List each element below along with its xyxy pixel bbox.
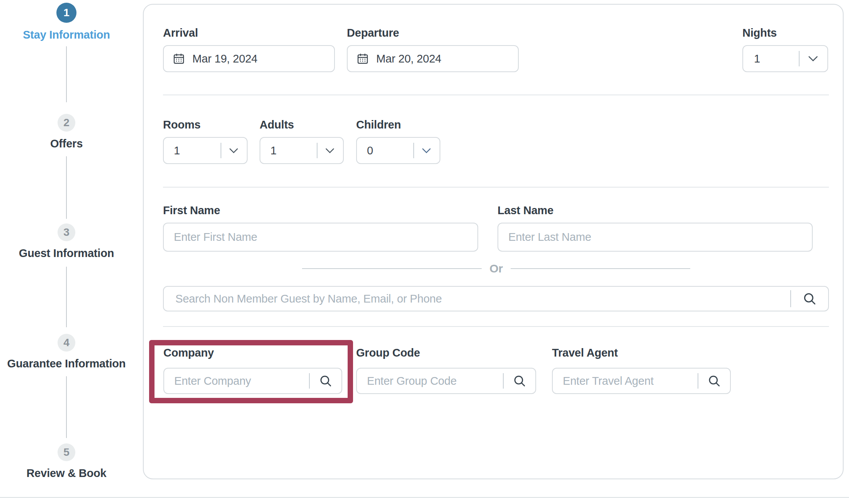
group-code-field-group: Group Code (356, 346, 536, 394)
adults-field-group: Adults 1 (260, 118, 344, 164)
page-divider (0, 497, 849, 498)
rooms-label: Rooms (163, 118, 248, 131)
search-divider (503, 373, 504, 389)
step-label: Review & Book (0, 467, 133, 480)
step-number: 5 (63, 446, 69, 458)
step-number-badge: 4 (58, 334, 75, 352)
or-divider: Or (302, 262, 690, 276)
nights-select[interactable]: 1 (742, 45, 828, 72)
search-divider (698, 373, 698, 389)
departure-date-field[interactable]: Mar 20, 2024 (347, 45, 519, 72)
first-name-field-group: First Name (163, 204, 478, 252)
first-name-field (163, 223, 478, 252)
nights-label: Nights (742, 26, 828, 39)
adults-value: 1 (270, 144, 277, 157)
first-name-input[interactable] (174, 231, 467, 244)
or-divider-line (302, 268, 482, 269)
guest-search-field (163, 286, 829, 311)
stepper-step-guest-information[interactable]: 3 Guest Information (0, 223, 133, 260)
departure-field-group: Departure Mar 20, 2024 (347, 26, 519, 72)
departure-date-value: Mar 20, 2024 (376, 52, 441, 65)
select-divider (317, 143, 318, 158)
last-name-label: Last Name (498, 204, 813, 217)
step-number-badge: 1 (56, 3, 76, 23)
company-label: Company (163, 346, 342, 359)
travel-agent-label: Travel Agent (552, 346, 731, 359)
step-number-badge: 3 (58, 223, 75, 241)
rooms-value: 1 (174, 144, 180, 157)
last-name-field-group: Last Name (498, 204, 813, 252)
arrival-date-field[interactable]: Mar 19, 2024 (163, 45, 335, 72)
step-number: 2 (63, 117, 69, 129)
chevron-down-icon (808, 56, 818, 62)
stepper-connector (66, 267, 67, 327)
company-input[interactable] (174, 375, 309, 387)
departure-label: Departure (347, 26, 519, 39)
chevron-down-icon (229, 148, 238, 154)
arrival-label: Arrival (163, 26, 335, 39)
travel-agent-field (552, 368, 731, 394)
stepper-step-guarantee-information[interactable]: 4 Guarantee Information (0, 334, 133, 370)
children-field-group: Children 0 (356, 118, 440, 164)
rooms-select[interactable]: 1 (163, 137, 248, 164)
stepper-connector (66, 376, 67, 438)
step-number-badge: 2 (58, 114, 75, 132)
or-divider-line (511, 268, 690, 269)
arrival-field-group: Arrival Mar 19, 2024 (163, 26, 335, 72)
search-icon[interactable] (708, 374, 721, 387)
travel-agent-input[interactable] (563, 375, 698, 387)
stepper-connector (66, 46, 67, 102)
nights-field-group: Nights 1 (742, 26, 828, 72)
booking-screen: 1 Stay Information 2 Offers 3 Guest Info… (0, 0, 849, 504)
nights-value: 1 (754, 52, 760, 65)
company-field-group: Company (163, 346, 342, 394)
section-divider (163, 326, 829, 327)
adults-select[interactable]: 1 (260, 137, 344, 164)
rooms-field-group: Rooms 1 (163, 118, 248, 164)
company-field (163, 368, 342, 394)
chevron-down-icon (325, 148, 335, 154)
travel-agent-field-group: Travel Agent (552, 346, 731, 394)
guest-search-group (163, 286, 829, 311)
last-name-input[interactable] (508, 231, 802, 244)
calendar-icon (356, 52, 369, 65)
calendar-icon (172, 52, 185, 65)
first-name-label: First Name (163, 204, 478, 217)
chevron-down-icon (422, 148, 431, 154)
search-icon[interactable] (513, 374, 526, 387)
or-text: Or (482, 262, 511, 275)
step-label: Stay Information (0, 29, 133, 41)
arrival-date-value: Mar 19, 2024 (192, 52, 258, 65)
section-divider (163, 95, 829, 95)
adults-label: Adults (260, 118, 344, 131)
last-name-field (498, 223, 813, 252)
stepper-step-offers[interactable]: 2 Offers (0, 114, 133, 150)
group-code-field (356, 368, 536, 394)
guest-search-input[interactable] (175, 293, 790, 305)
stepper-connector (66, 156, 67, 219)
stay-information-panel: Arrival Mar 19, 2024 Departure (143, 4, 844, 479)
search-icon[interactable] (803, 292, 817, 306)
search-icon[interactable] (319, 374, 332, 387)
stepper-step-review-book[interactable]: 5 Review & Book (0, 443, 133, 480)
children-label: Children (356, 118, 440, 131)
step-label: Guest Information (0, 247, 133, 260)
step-label: Guarantee Information (0, 357, 133, 370)
stepper: 1 Stay Information 2 Offers 3 Guest Info… (0, 0, 133, 504)
search-divider (790, 290, 791, 307)
step-number-badge: 5 (58, 443, 75, 461)
step-number: 4 (63, 337, 69, 349)
group-code-label: Group Code (356, 346, 536, 359)
search-divider (309, 373, 310, 389)
select-divider (221, 143, 221, 158)
step-number: 3 (63, 226, 69, 238)
select-divider (413, 143, 414, 158)
select-divider (799, 51, 800, 66)
stepper-step-stay-information[interactable]: 1 Stay Information (0, 3, 133, 41)
group-code-input[interactable] (367, 375, 503, 387)
children-value: 0 (367, 144, 373, 157)
children-select[interactable]: 0 (356, 137, 440, 164)
section-divider (163, 187, 829, 188)
step-number: 1 (63, 7, 69, 19)
step-label: Offers (0, 137, 133, 150)
